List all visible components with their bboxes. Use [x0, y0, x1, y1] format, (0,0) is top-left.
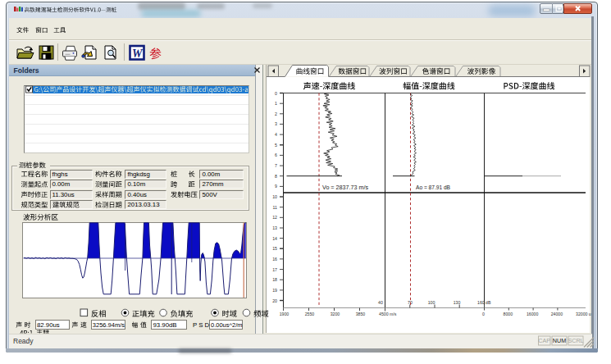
svg-text:0.40us: 0.40us [128, 191, 148, 198]
svg-text:6: 6 [275, 152, 277, 157]
svg-text:13: 13 [272, 225, 277, 230]
svg-text:270mm: 270mm [203, 180, 224, 188]
svg-text:SCRL: SCRL [568, 337, 583, 344]
svg-text:32000 u: 32000 u [576, 312, 591, 316]
svg-text:0.00m: 0.00m [52, 180, 71, 188]
svg-text:3200: 3200 [331, 312, 340, 316]
svg-text:19: 19 [272, 288, 277, 293]
svg-text:0: 0 [275, 91, 277, 96]
svg-text:160 dB: 160 dB [477, 300, 491, 305]
svg-text:130: 130 [454, 300, 461, 305]
svg-text:40: 40 [378, 300, 383, 305]
svg-text:15: 15 [272, 246, 277, 251]
svg-text:500V: 500V [203, 191, 218, 198]
svg-text:16000: 16000 [527, 312, 539, 316]
svg-text:1900: 1900 [280, 312, 290, 316]
svg-text:24000: 24000 [551, 312, 563, 316]
svg-text:14: 14 [272, 236, 277, 241]
svg-text:Ready: Ready [13, 337, 34, 345]
svg-text:2: 2 [275, 111, 277, 116]
svg-text:NUM: NUM [553, 337, 566, 344]
svg-text:Folders: Folders [14, 66, 39, 75]
svg-text:93.90dB: 93.90dB [153, 321, 177, 329]
svg-text:9: 9 [275, 184, 277, 189]
svg-text:Ao = 87.91 dB: Ao = 87.91 dB [416, 184, 450, 191]
svg-text:1: 1 [275, 101, 277, 106]
svg-text:0: 0 [482, 312, 485, 316]
svg-text:fhgkdsg: fhgkdsg [128, 171, 150, 178]
svg-text:3: 3 [275, 121, 277, 126]
svg-text:8: 8 [275, 174, 277, 179]
svg-text:20: 20 [272, 298, 277, 303]
svg-text:5: 5 [275, 143, 277, 148]
svg-text:8000: 8000 [504, 312, 513, 316]
svg-text:2013.03.13: 2013.03.13 [128, 201, 160, 208]
svg-text:Vo = 2837.73 m/s: Vo = 2837.73 m/s [322, 184, 368, 191]
svg-text:W: W [132, 48, 144, 60]
svg-text:17: 17 [272, 267, 277, 272]
svg-text:11: 11 [273, 205, 277, 210]
svg-text:16: 16 [272, 257, 277, 262]
svg-text:7: 7 [275, 163, 277, 168]
svg-text:0.00us^2/m: 0.00us^2/m [211, 321, 243, 329]
svg-text:82.90us: 82.90us [37, 321, 60, 329]
svg-text:fhghs: fhghs [52, 171, 68, 178]
svg-text:3256.94m/s: 3256.94m/s [93, 321, 125, 329]
svg-text:100: 100 [428, 300, 435, 305]
svg-text:10: 10 [272, 194, 277, 199]
svg-text:CAP: CAP [538, 337, 550, 344]
svg-text:18: 18 [272, 277, 277, 282]
svg-text:0.00m: 0.00m [203, 171, 221, 178]
svg-text:0.10m: 0.10m [128, 180, 146, 188]
svg-text:4: 4 [275, 132, 277, 137]
svg-text:11.30us: 11.30us [52, 191, 75, 198]
svg-text:P S D: P S D [193, 321, 210, 329]
svg-text:4500 m/s: 4500 m/s [379, 312, 397, 316]
svg-text:2550: 2550 [305, 312, 315, 316]
svg-text:12: 12 [272, 215, 277, 220]
svg-text:3850: 3850 [356, 312, 366, 316]
